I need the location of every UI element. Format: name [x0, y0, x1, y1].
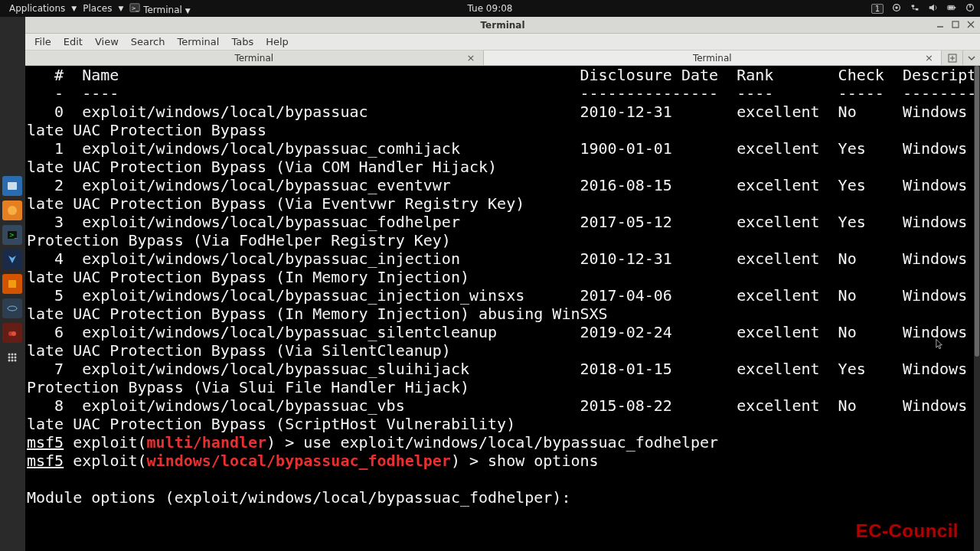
power-icon[interactable] — [965, 2, 975, 15]
menu-search[interactable]: Search — [125, 34, 172, 49]
svg-point-19 — [8, 354, 11, 356]
menu-edit[interactable]: Edit — [57, 34, 89, 49]
svg-point-21 — [15, 354, 17, 356]
tab-label: Terminal — [234, 53, 273, 64]
terminal-output[interactable]: # Name Disclosure Date Rank Check Descri… — [25, 66, 980, 551]
svg-point-12 — [8, 206, 17, 215]
svg-text:>_: >_ — [9, 232, 18, 239]
svg-text:>_: >_ — [132, 5, 139, 11]
menu-file[interactable]: File — [28, 34, 57, 49]
menu-help[interactable]: Help — [260, 34, 295, 49]
svg-rect-7 — [955, 7, 956, 8]
svg-rect-15 — [8, 280, 16, 288]
active-window-menu[interactable]: >_ Terminal ▼ — [125, 1, 194, 17]
tab-close-icon[interactable]: × — [922, 52, 936, 64]
armitage-launcher[interactable] — [2, 274, 22, 294]
window-title: Terminal — [480, 20, 524, 31]
cherrytree-launcher[interactable] — [2, 323, 22, 343]
workspace-indicator[interactable]: 1 — [871, 4, 884, 14]
new-tab-button[interactable] — [942, 51, 963, 65]
tab-label: Terminal — [693, 53, 732, 64]
tab-close-icon[interactable]: × — [464, 52, 479, 64]
terminal-icon: >_ — [129, 2, 140, 13]
terminal-launcher[interactable]: >_ — [2, 225, 22, 245]
tab-menu-button[interactable] — [963, 51, 980, 65]
tab-terminal-2[interactable]: Terminal × — [484, 51, 942, 65]
svg-point-23 — [11, 357, 14, 359]
tab-bar: Terminal × Terminal × — [25, 51, 980, 66]
svg-point-24 — [15, 357, 17, 359]
close-button[interactable] — [965, 18, 977, 31]
menubar: File Edit View Search Terminal Tabs Help — [25, 34, 980, 51]
gnome-topbar: Applications▼ Places▼ >_ Terminal ▼ Tue … — [0, 0, 980, 17]
places-menu[interactable]: Places — [78, 2, 116, 15]
left-dock: >_ — [2, 176, 22, 367]
svg-point-22 — [8, 357, 11, 359]
svg-point-3 — [895, 6, 898, 9]
firefox-launcher[interactable] — [2, 201, 22, 220]
svg-rect-8 — [949, 6, 954, 9]
svg-point-20 — [11, 354, 14, 356]
svg-rect-5 — [916, 8, 919, 10]
record-icon[interactable] — [891, 2, 902, 15]
metasploit-launcher[interactable] — [2, 249, 22, 269]
svg-point-18 — [11, 331, 16, 336]
svg-rect-29 — [952, 21, 959, 28]
show-apps[interactable] — [2, 347, 22, 367]
network-icon[interactable] — [910, 2, 920, 15]
tab-terminal-1[interactable]: Terminal × — [25, 51, 484, 65]
menu-terminal[interactable]: Terminal — [171, 34, 225, 49]
window-titlebar[interactable]: Terminal — [25, 17, 980, 34]
volume-icon[interactable] — [928, 2, 939, 15]
menu-view[interactable]: View — [89, 34, 125, 49]
svg-rect-11 — [8, 182, 17, 190]
menu-tabs[interactable]: Tabs — [225, 34, 260, 49]
terminal-scrollbar[interactable] — [974, 66, 980, 551]
battery-icon[interactable] — [946, 2, 957, 15]
svg-point-16 — [8, 306, 17, 311]
files-launcher[interactable] — [2, 176, 22, 196]
maximize-button[interactable] — [949, 18, 962, 31]
applications-menu[interactable]: Applications — [5, 2, 70, 15]
svg-point-27 — [15, 360, 17, 362]
scrollbar-thumb[interactable] — [975, 66, 979, 357]
wireshark-launcher[interactable] — [2, 298, 22, 318]
svg-point-26 — [11, 360, 14, 362]
minimize-button[interactable] — [934, 18, 946, 31]
clock[interactable]: Tue 09:08 — [468, 3, 513, 14]
watermark: EC-Council — [856, 520, 959, 542]
svg-rect-4 — [912, 5, 915, 7]
svg-point-25 — [8, 360, 11, 362]
